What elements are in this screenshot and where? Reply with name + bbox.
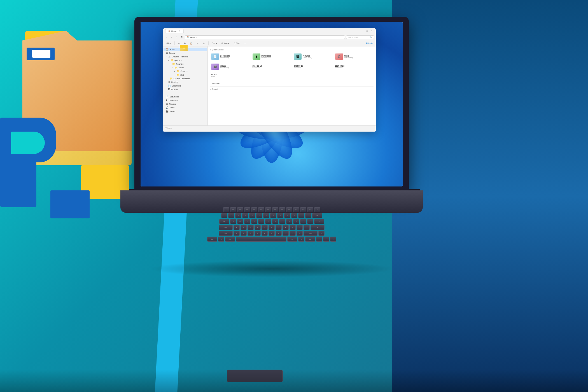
folder-item-documents[interactable]: 📄 Documents Stored locally: [210, 52, 250, 61]
key-enter2[interactable]: ↵: [311, 225, 325, 230]
key-alt-l[interactable]: alt: [225, 237, 235, 242]
key-o[interactable]: O: [286, 219, 292, 224]
key-f8[interactable]: F8: [279, 207, 285, 212]
key-f4[interactable]: F4: [251, 207, 257, 212]
sidebar-item-onedrive[interactable]: ▾ ☁ OneDrive - Personal: [164, 55, 207, 59]
sidebar-item-pictures-sub[interactable]: 🖼 Pictures: [164, 88, 207, 91]
view-button[interactable]: ⊞ View ▾: [220, 42, 230, 45]
folder-item-videos[interactable]: 🎬 Videos Stored locally: [210, 62, 250, 71]
key-h[interactable]: H: [269, 225, 275, 230]
sidebar-item-common[interactable]: ▾ 📁 Common: [164, 69, 207, 73]
more-button[interactable]: ...: [243, 42, 247, 45]
sidebar-item-desktop[interactable]: 🖥 Desktop: [164, 80, 207, 84]
folder-item-2024-09-16[interactable]: 📁 2024-09-16 Downloads: [251, 62, 291, 71]
sidebar-item-cc[interactable]: 📁 Creative Cloud Files: [164, 77, 207, 80]
tab-close-btn[interactable]: ✕: [179, 30, 181, 32]
sidebar-item-documents-sub[interactable]: 📄 Documents: [164, 84, 207, 88]
folder-item-downloads[interactable]: ⬇ Downloads Stored locally: [251, 52, 291, 61]
key-ctrl-r[interactable]: ctrl: [305, 237, 315, 242]
folder-item-2024-09-18[interactable]: 📁 2024-09-18 Downloads: [293, 62, 332, 71]
key-slash[interactable]: /: [297, 231, 303, 236]
key-z[interactable]: Z: [234, 231, 240, 236]
key-backtick[interactable]: `: [221, 213, 227, 218]
key-shift-l[interactable]: shift: [219, 231, 233, 236]
sidebar-item-documents[interactable]: 📄 Documents: [164, 95, 207, 99]
key-c[interactable]: C: [248, 231, 254, 236]
key-win[interactable]: ⊞: [218, 237, 224, 242]
key-f3[interactable]: F3: [244, 207, 250, 212]
key-x[interactable]: X: [241, 231, 247, 236]
key-minus[interactable]: -: [298, 213, 304, 218]
recent-header[interactable]: › Recent: [210, 88, 374, 90]
key-a[interactable]: A: [234, 225, 240, 230]
key-m[interactable]: M: [276, 231, 282, 236]
sidebar-item-roaming[interactable]: ▾ 📁 Roaming: [164, 62, 207, 66]
key-bracket-l[interactable]: [: [300, 219, 306, 224]
key-i[interactable]: I: [279, 219, 285, 224]
sidebar-item-downloads[interactable]: ⬇ Downloads: [164, 99, 207, 102]
favorites-header[interactable]: › Favorites: [210, 83, 374, 85]
key-up[interactable]: ↑: [318, 231, 325, 236]
key-f6[interactable]: F6: [265, 207, 271, 212]
sidebar-item-videos[interactable]: 🎬 Videos: [164, 109, 207, 113]
key-f10[interactable]: F10: [293, 207, 299, 212]
delete-button[interactable]: 🗑: [202, 42, 206, 45]
key-comma[interactable]: ,: [283, 231, 289, 236]
folder-item-viola[interactable]: 📁 VIOLA Music: [210, 73, 250, 78]
maximize-button[interactable]: □: [365, 29, 369, 33]
new-button[interactable]: + New: [165, 42, 172, 45]
key-9[interactable]: 9: [284, 213, 290, 218]
folder-item-2024-09-23[interactable]: 📁 2024-09-23 Downloads: [334, 62, 374, 71]
close-button[interactable]: ✕: [370, 29, 374, 33]
sidebar-item-10b[interactable]: 📁 10/b: [164, 73, 207, 77]
key-f9[interactable]: F9: [286, 207, 292, 212]
key-y[interactable]: Y: [265, 219, 271, 224]
key-d[interactable]: D: [248, 225, 254, 230]
refresh-button[interactable]: ↻: [180, 35, 184, 39]
key-enter[interactable]: ↵: [314, 219, 324, 224]
key-5[interactable]: 5: [256, 213, 262, 218]
key-3[interactable]: 3: [242, 213, 248, 218]
key-fn[interactable]: fn: [298, 237, 304, 242]
key-8[interactable]: 8: [277, 213, 283, 218]
minimize-button[interactable]: —: [361, 29, 365, 33]
key-period[interactable]: .: [290, 231, 296, 236]
key-f5[interactable]: F5: [258, 207, 264, 212]
key-f12[interactable]: F12: [307, 207, 313, 212]
search-box[interactable]: Search Home 🔍: [346, 35, 374, 39]
key-g[interactable]: G: [262, 225, 268, 230]
key-4[interactable]: 4: [249, 213, 255, 218]
key-j[interactable]: J: [276, 225, 282, 230]
key-caps[interactable]: caps: [219, 225, 233, 230]
key-f1[interactable]: F1: [230, 207, 236, 212]
key-space[interactable]: [236, 237, 286, 242]
sidebar-item-pictures[interactable]: 🖼 Pictures: [164, 102, 207, 106]
filter-button[interactable]: ▽ Filter: [233, 42, 241, 45]
key-s[interactable]: S: [241, 225, 247, 230]
key-shift-r[interactable]: shift: [304, 231, 318, 236]
key-del[interactable]: del: [314, 207, 320, 212]
key-right[interactable]: →: [330, 237, 336, 242]
key-equals[interactable]: =: [305, 213, 311, 218]
cut-button[interactable]: ✂: [177, 42, 181, 45]
key-q[interactable]: Q: [230, 219, 236, 224]
key-6[interactable]: 6: [263, 213, 269, 218]
key-e[interactable]: E: [244, 219, 250, 224]
key-p[interactable]: P: [293, 219, 299, 224]
key-2[interactable]: 2: [235, 213, 241, 218]
key-f2[interactable]: F2: [237, 207, 243, 212]
quick-access-header[interactable]: ▾ Quick access: [210, 49, 374, 51]
key-alt-r[interactable]: alt: [287, 237, 297, 242]
key-esc[interactable]: esc: [223, 207, 229, 212]
forward-button[interactable]: ›: [170, 35, 174, 39]
back-button[interactable]: ‹: [165, 35, 169, 39]
key-r[interactable]: R: [251, 219, 257, 224]
address-input[interactable]: 🏠 Home ›: [185, 35, 345, 39]
key-f[interactable]: F: [255, 225, 261, 230]
sort-button[interactable]: Sort ▾: [211, 42, 218, 45]
key-left[interactable]: ←: [316, 237, 322, 242]
sidebar-item-appdata[interactable]: ▾ 📁 AppData: [164, 59, 207, 62]
key-bracket-r[interactable]: ]: [307, 219, 313, 224]
key-l[interactable]: L: [290, 225, 296, 230]
sidebar-item-gallery[interactable]: 🖼 Gallery: [164, 51, 207, 55]
